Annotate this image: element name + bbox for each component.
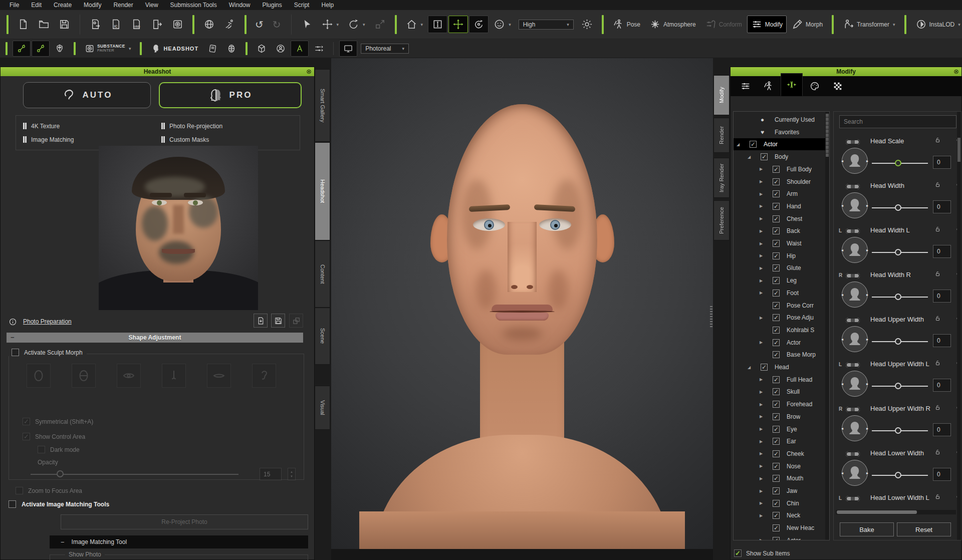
load-photo-button[interactable] — [254, 314, 268, 328]
expand-icon[interactable]: ▶ — [760, 278, 763, 283]
photo-preparation-link[interactable]: Photo Preparation — [23, 318, 72, 325]
tree-item-eye[interactable]: ▶✓Eye — [734, 423, 829, 435]
slider-handle[interactable] — [895, 249, 901, 255]
headshot-panel-header[interactable]: Headshot ⊗ — [1, 67, 314, 76]
expand-icon[interactable]: ▶ — [760, 538, 763, 540]
expand-icon[interactable]: ▶ — [760, 476, 763, 481]
tab-adjust-sliders[interactable] — [735, 76, 757, 96]
range-toggle-icon[interactable] — [846, 496, 860, 501]
select-tool-button[interactable] — [297, 16, 317, 33]
visibility-checkbox[interactable]: ✓ — [773, 475, 780, 482]
slider-handle[interactable] — [895, 472, 901, 478]
pose-button[interactable]: Pose — [609, 16, 644, 33]
visibility-checkbox[interactable]: ✓ — [773, 463, 780, 470]
visibility-checkbox[interactable]: ✓ — [773, 388, 780, 395]
slider-value-input[interactable] — [933, 334, 951, 347]
instalod-button[interactable]: InstaLOD▾ — [911, 16, 962, 33]
slider-value-input[interactable] — [933, 156, 951, 169]
visibility-checkbox[interactable]: ✓ — [773, 500, 780, 507]
motion-live-button[interactable] — [220, 16, 239, 33]
slider-handle[interactable] — [895, 294, 901, 300]
expand-icon[interactable]: ▶ — [760, 216, 763, 221]
visibility-checkbox[interactable]: ✓ — [773, 215, 780, 222]
tree-item-actor[interactable]: ▶✓Actor — [734, 534, 829, 540]
menu-render[interactable]: Render — [108, 1, 138, 10]
tree-item-chin[interactable]: ▶✓Chin — [734, 497, 829, 509]
visibility-checkbox[interactable]: ✓ — [773, 376, 780, 383]
menu-window[interactable]: Window — [223, 1, 256, 10]
tree-scrollbar[interactable] — [825, 112, 829, 540]
modify-button[interactable]: Modify — [747, 16, 787, 33]
tree-item-jaw[interactable]: ▶✓Jaw — [734, 485, 829, 497]
face-puppet-button[interactable]: ▾ — [490, 16, 515, 33]
slider-value-input[interactable] — [933, 200, 951, 213]
export-button[interactable] — [147, 16, 167, 33]
range-toggle-icon[interactable] — [846, 184, 860, 189]
lock-icon[interactable] — [934, 404, 941, 411]
range-toggle-icon[interactable] — [846, 273, 860, 278]
reset-button[interactable]: Reset — [897, 522, 951, 536]
lock-icon[interactable] — [934, 181, 941, 188]
tree-item-ear[interactable]: ▶✓Ear — [734, 435, 829, 447]
transformer-button[interactable]: Transformer▾ — [839, 16, 899, 33]
menu-help[interactable]: Help — [316, 1, 339, 10]
image-matching-tool-header[interactable]: − Image Matching Tool — [50, 535, 308, 548]
content-card-button[interactable] — [203, 41, 221, 57]
tree-item-nose[interactable]: ▶✓Nose — [734, 460, 829, 472]
expand-icon[interactable]: ▶ — [760, 253, 763, 258]
morph-button[interactable]: Morph — [788, 16, 827, 33]
expand-icon[interactable]: ▶ — [760, 179, 763, 184]
pro-mode-button[interactable]: PRO — [159, 82, 302, 108]
tree-item-mouth[interactable]: ▶✓Mouth — [734, 472, 829, 484]
tab-content[interactable]: Content — [315, 240, 330, 308]
gizmo-rotate-button[interactable] — [469, 16, 489, 33]
expand-icon[interactable]: ▶ — [760, 489, 763, 493]
visibility-checkbox[interactable]: ✓ — [773, 227, 780, 234]
tree-item-brow[interactable]: ▶✓Brow — [734, 411, 829, 423]
tab-pose-tool[interactable] — [758, 76, 780, 96]
tab-material-checker[interactable] — [827, 76, 849, 96]
link-node-a-button[interactable] — [13, 41, 31, 57]
link-node-b-button[interactable] — [32, 41, 50, 57]
tree-item-skull[interactable]: ▶✓Skull — [734, 386, 829, 398]
lock-icon[interactable] — [934, 137, 941, 143]
visibility-checkbox[interactable]: ✓ — [773, 339, 780, 346]
menu-script[interactable]: Script — [289, 1, 315, 10]
modify-panel-header[interactable]: Modify ⊗ — [731, 67, 961, 76]
lock-icon[interactable] — [934, 360, 941, 366]
visibility-checkbox[interactable]: ✓ — [773, 351, 780, 358]
visibility-checkbox[interactable]: ✓ — [773, 302, 780, 309]
visibility-checkbox[interactable]: ✓ — [773, 401, 780, 408]
tab-render[interactable]: Render — [713, 118, 730, 153]
expand-icon[interactable]: ▶ — [760, 464, 763, 468]
expand-icon[interactable]: ▶ — [760, 266, 763, 270]
slider-track[interactable] — [872, 249, 928, 256]
tab-scene[interactable]: Scene — [315, 308, 330, 365]
source-photo[interactable] — [99, 146, 258, 310]
rotate-tool-button[interactable]: ▾ — [344, 16, 369, 33]
menu-create[interactable]: Create — [48, 1, 77, 10]
expand-icon[interactable]: ▶ — [760, 513, 763, 518]
morph-thumbnail[interactable]: ◂▸ — [842, 326, 868, 352]
lock-icon[interactable] — [934, 493, 941, 500]
range-toggle-icon[interactable] — [846, 451, 860, 457]
atmosphere-button[interactable]: Atmosphere — [645, 16, 700, 33]
visibility-checkbox[interactable]: ✓ — [773, 190, 780, 197]
morph-thumbnail[interactable]: ◂▸ — [842, 371, 868, 397]
tree-item-leg[interactable]: ▶✓Leg — [734, 274, 829, 287]
visibility-checkbox[interactable]: ✓ — [773, 290, 780, 297]
tree-item-waist[interactable]: ▶✓Waist — [734, 237, 829, 249]
expand-icon[interactable]: ▶ — [760, 402, 763, 407]
expand-icon[interactable]: ▶ — [760, 501, 763, 505]
online-content-button[interactable] — [199, 16, 219, 33]
visibility-checkbox[interactable]: ✓ — [773, 264, 780, 271]
tree-item-neck[interactable]: ▶✓Neck — [734, 509, 829, 521]
tree-item-back[interactable]: ▶✓Back — [734, 225, 829, 237]
lock-icon[interactable] — [934, 315, 941, 322]
menu-view[interactable]: View — [140, 1, 164, 10]
tab-preference[interactable]: Preference — [713, 200, 730, 240]
slider-h-scrollbar[interactable] — [836, 510, 956, 514]
activate-sculpt-checkbox[interactable] — [12, 349, 19, 356]
range-toggle-icon[interactable] — [846, 139, 860, 145]
tree-item-kohlrabi-s[interactable]: ✓Kohlrabi S — [734, 324, 829, 336]
